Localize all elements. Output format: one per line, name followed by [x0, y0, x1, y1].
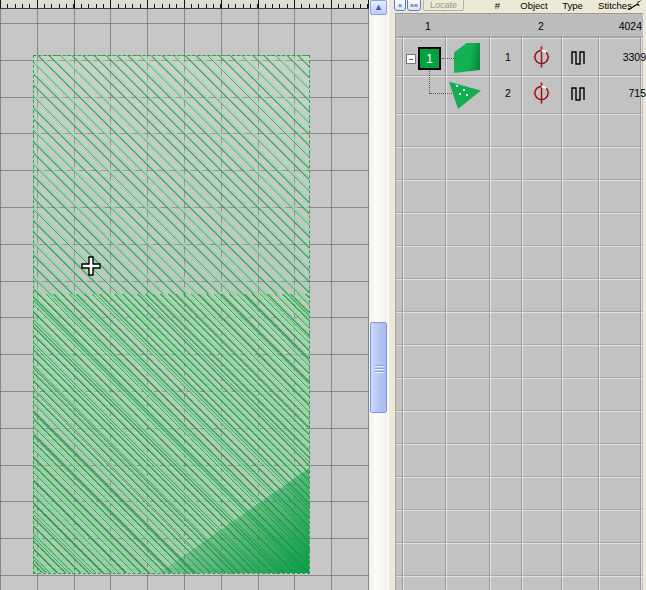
collapse-panel-button[interactable]: »«: [407, 0, 421, 11]
design-canvas[interactable]: [0, 0, 369, 590]
complex-fill-icon[interactable]: [530, 81, 553, 105]
summary-color-number: 1: [414, 15, 442, 37]
tatami-stitch-icon[interactable]: [570, 86, 588, 102]
column-divider: [521, 14, 523, 590]
panel-toolbar: × »« Locate # Object Type Stitches: [389, 0, 646, 13]
scroll-up-button[interactable]: ▲: [370, 0, 387, 15]
canvas-grid[interactable]: [0, 9, 369, 590]
object-thumbnail-2[interactable]: [449, 78, 481, 109]
tree-line: [430, 93, 452, 94]
scrollbar-grip: [375, 365, 384, 373]
pushpin-icon[interactable]: [627, 0, 643, 10]
column-header-object[interactable]: Object: [514, 0, 554, 12]
ruler-major-ticks: [0, 0, 369, 8]
object-list-panel: × »« Locate # Object Type Stitches: [388, 0, 646, 590]
tree-line: [442, 58, 454, 59]
column-divider: [598, 14, 600, 590]
app-window: ▲ × »« Locate # Object Type Stitches: [0, 0, 646, 590]
stitch-count: 3309: [592, 51, 646, 63]
column-header-number[interactable]: #: [481, 0, 514, 12]
tree-expander-minus[interactable]: −: [406, 54, 416, 64]
close-panel-button[interactable]: ×: [394, 0, 406, 11]
column-divider: [561, 14, 563, 590]
tree-line: [429, 71, 430, 94]
object-number: 1: [495, 51, 521, 63]
color-summary-row[interactable]: 1 2 4024: [396, 15, 643, 37]
column-header-type[interactable]: Type: [554, 0, 591, 12]
column-divider: [402, 14, 404, 590]
row-divider: [396, 75, 643, 77]
tatami-stitch-icon[interactable]: [570, 50, 588, 66]
thread-color-swatch[interactable]: 1: [418, 47, 441, 70]
horizontal-ruler: [0, 0, 369, 9]
locate-button[interactable]: Locate: [423, 0, 464, 11]
summary-total-stitches: 4024: [592, 15, 642, 37]
crosshair-cursor: [81, 256, 101, 276]
empty-grid-rows: [396, 113, 643, 590]
stitch-count: 715: [592, 87, 646, 99]
scrollbar-thumb[interactable]: [370, 322, 387, 413]
summary-object-count: 2: [521, 15, 561, 37]
column-divider: [445, 14, 447, 590]
object-number: 2: [495, 87, 521, 99]
complex-fill-icon[interactable]: [530, 45, 553, 69]
vertical-scrollbar[interactable]: ▲: [369, 0, 388, 590]
column-divider: [640, 14, 642, 590]
object-thumbnail-1[interactable]: [454, 43, 480, 73]
column-divider: [489, 14, 491, 590]
embroidery-fill-object[interactable]: [33, 55, 310, 574]
object-list[interactable]: 1 2 4024 − 1 1: [395, 13, 643, 590]
row-divider: [396, 37, 643, 39]
